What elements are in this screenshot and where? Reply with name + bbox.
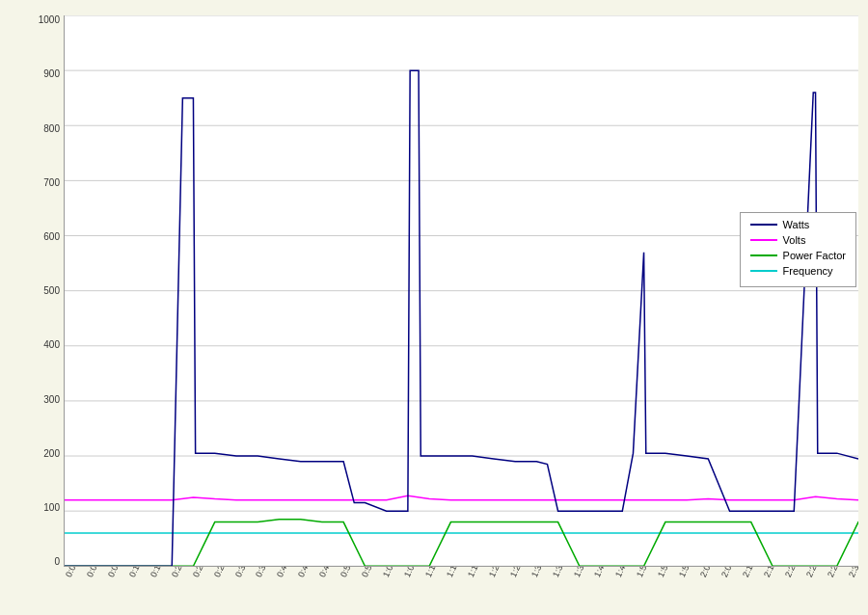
y-ticks: 01002003004005006007008009001000	[27, 15, 64, 567]
chart-main: 01002003004005006007008009001000 0:000:0…	[27, 15, 858, 605]
y-tick: 100	[43, 503, 60, 513]
y-tick: 700	[43, 178, 60, 188]
legend-item-pf: Power Factor	[750, 250, 846, 261]
chart-svg	[64, 15, 858, 567]
y-tick: 400	[43, 340, 60, 350]
chart-area-wrapper: 01002003004005006007008009001000 0:000:0…	[10, 15, 858, 605]
chart-plot-area: 01002003004005006007008009001000	[27, 15, 858, 567]
y-tick: 0	[54, 557, 60, 567]
legend-label-pf: Power Factor	[783, 250, 846, 261]
legend-item-watts: Watts	[750, 219, 846, 230]
legend-line-pf	[750, 254, 777, 256]
y-tick: 600	[43, 232, 60, 242]
y-tick: 500	[43, 286, 60, 296]
legend-item-volts: Volts	[750, 234, 846, 246]
y-axis-label	[10, 15, 27, 605]
legend-line-volts	[750, 239, 777, 241]
legend-line-watts	[750, 224, 777, 226]
legend-label-watts: Watts	[783, 219, 810, 230]
y-tick: 900	[43, 69, 60, 79]
y-tick: 200	[43, 449, 60, 459]
legend-line-freq	[750, 270, 777, 272]
y-tick: 1000	[39, 15, 60, 25]
chart-legend: Watts Volts Power Factor Frequency	[740, 212, 856, 287]
legend-label-freq: Frequency	[783, 265, 833, 277]
x-axis-row: 0:000:040:080:120:160:200:250:290:330:37…	[64, 567, 858, 603]
chart-container: 01002003004005006007008009001000 0:000:0…	[0, 0, 868, 615]
legend-item-freq: Frequency	[750, 265, 846, 277]
y-tick: 800	[43, 124, 60, 134]
x-ticks: 0:000:040:080:120:160:200:250:290:330:37…	[64, 567, 858, 603]
legend-label-volts: Volts	[783, 234, 806, 246]
y-tick: 300	[43, 395, 60, 405]
